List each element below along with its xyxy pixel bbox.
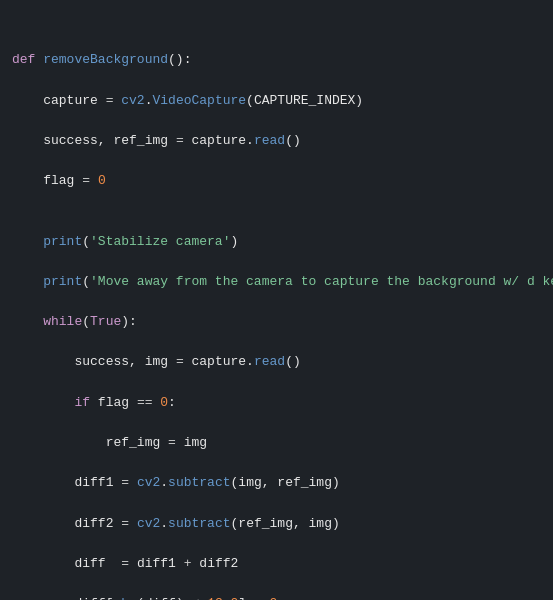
code-line: diff[abs(diff) < 13.0] = 0 <box>12 594 541 600</box>
code-line: if flag == 0: <box>12 393 541 413</box>
code-editor: def removeBackground(): capture = cv2.Vi… <box>0 0 553 600</box>
code-line: print('Stabilize camera') <box>12 232 541 252</box>
code-line: success, img = capture.read() <box>12 352 541 372</box>
code-line: success, ref_img = capture.read() <box>12 131 541 151</box>
code-line: diff2 = cv2.subtract(ref_img, img) <box>12 514 541 534</box>
code-line: while(True): <box>12 312 541 332</box>
code-line: print('Move away from the camera to capt… <box>12 272 541 292</box>
code-line: diff1 = cv2.subtract(img, ref_img) <box>12 473 541 493</box>
code-line: ref_img = img <box>12 433 541 453</box>
code-line: diff = diff1 + diff2 <box>12 554 541 574</box>
code-line: def removeBackground(): <box>12 50 541 70</box>
code-line: flag = 0 <box>12 171 541 191</box>
code-line: capture = cv2.VideoCapture(CAPTURE_INDEX… <box>12 91 541 111</box>
